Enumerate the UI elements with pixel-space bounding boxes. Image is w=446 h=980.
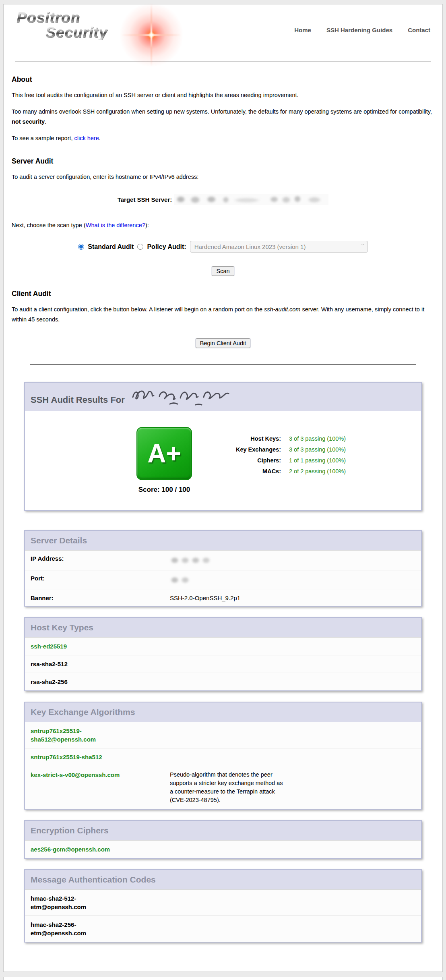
scan-type-text: Next, choose the scan type ( [12,222,86,228]
policy-select[interactable]: Hardened Amazon Linux 2023 (version 1) ˇ [190,241,368,253]
target-server-row: Target SSH Server: [12,194,434,205]
site-footer: sshaudit.com Copyright 2017-2023 Positro… [3,977,443,980]
chevron-down-icon: ˇ [361,244,364,250]
policy-audit-label[interactable]: Policy Audit: [147,243,186,251]
client-audit-paragraph: To audit a client configuration, click t… [12,305,434,325]
score-label: Score: 100 / 100 [136,486,192,494]
banner-value: SSH-2.0-OpenSSH_9.2p1 [170,595,415,601]
table-row: ssh-ed25519 [25,637,421,655]
results-stats: Host Keys: 3 of 3 passing (100%) Key Exc… [213,435,346,474]
policy-select-value: Hardened Amazon Linux 2023 (version 1) [194,243,306,250]
table-row: sntrup761x25519-sha512@openssh.com [25,722,421,748]
about-heading: About [12,75,434,84]
redacted-ip-blur [170,555,212,566]
main-nav: Home SSH Hardening Guides Contact [294,27,430,33]
port-label: Port: [31,575,170,585]
table-row: Banner: SSH-2.0-OpenSSH_9.2p1 [25,590,421,606]
scan-button-row: Scan [12,266,434,276]
redacted-hostname-scribble [130,387,231,406]
scan-type-paragraph: Next, choose the scan type (What is the … [12,220,434,230]
stat-value-ciphers: 1 of 1 passing (100%) [289,457,346,464]
nav-home[interactable]: Home [294,27,311,33]
policy-audit-radio[interactable] [137,244,143,250]
table-row: IP Address: [25,550,421,570]
encryption-ciphers-header: Encryption Ciphers [25,821,421,840]
encryption-ciphers-table: Encryption Ciphers aes256-gcm@openssh.co… [24,820,422,859]
site-header: Positron Security Home SSH Hardening Gui… [15,4,431,62]
scan-button[interactable]: Scan [212,266,234,276]
host-key-types-header: Host Key Types [25,618,421,637]
grade-column: A+ Score: 100 / 100 [136,427,192,494]
logo-line-1: Positron [17,10,186,25]
table-row: kex-strict-s-v00@openssh.com Pseudo-algo… [25,766,421,809]
client-audit-domain: ssh-audit.com [264,306,300,313]
nav-ssh-hardening-guides[interactable]: SSH Hardening Guides [326,27,392,33]
nav-contact[interactable]: Contact [408,27,430,33]
stat-value-key-exchanges: 3 of 3 passing (100%) [289,446,346,453]
table-row: Port: [25,570,421,590]
client-audit-heading: Client Audit [12,290,434,298]
grade-badge: A+ [136,427,192,480]
server-audit-heading: Server Audit [12,157,434,166]
about-paragraph-2: Too many admins overlook SSH configurati… [12,107,434,127]
results-title: SSH Audit Results For [31,395,125,405]
mac-name: hmac-sha2-256-etm@openssh.com [31,920,126,937]
host-key-name: rsa-sha2-256 [31,678,68,686]
host-key-types-table: Host Key Types ssh-ed25519 rsa-sha2-512 … [24,617,422,691]
standard-audit-label[interactable]: Standard Audit [88,243,134,251]
client-audit-text: To audit a client configuration, click t… [12,306,264,313]
about-paragraph-1: This free tool audits the configuration … [12,90,434,100]
table-row: hmac-sha2-256-etm@openssh.com [25,916,421,942]
about-p3-period: . [99,135,101,141]
results-table: SSH Audit Results For A+ [24,382,422,511]
kex-name: sntrup761x25519-sha512@openssh.com [31,727,126,744]
about-paragraph-3: To see a sample report, click here. [12,133,434,143]
server-audit-intro: To audit a server configuration, enter i… [12,172,434,182]
grade-value: A+ [147,439,181,468]
mac-name: hmac-sha2-512-etm@openssh.com [31,894,126,911]
macs-header: Message Authentication Codes [25,870,421,889]
server-details-header: Server Details [25,531,421,550]
about-p2-period: . [45,118,46,125]
sample-report-link[interactable]: click here [74,135,99,141]
stat-value-macs: 2 of 2 passing (100%) [289,468,346,474]
stat-label-key-exchanges: Key Exchanges: [213,446,281,453]
redacted-port-blur [170,575,191,585]
logo-line-2: Security [45,25,186,40]
server-details-table: Server Details IP Address: Port: Banner:… [24,530,422,607]
key-exchange-table: Key Exchange Algorithms sntrup761x25519-… [24,702,422,810]
main-card: Positron Security Home SSH Hardening Gui… [3,4,443,972]
about-p2-bold: not security [12,118,45,125]
table-row: aes256-gcm@openssh.com [25,840,421,858]
key-exchange-header: Key Exchange Algorithms [25,702,421,722]
scan-type-text-end: ): [145,222,149,228]
logo-text: Positron Security [17,10,186,40]
redacted-hostname-blur [174,194,328,205]
kex-name: kex-strict-s-v00@openssh.com [31,771,126,804]
results-header: SSH Audit Results For [25,383,421,411]
ip-address-label: IP Address: [31,555,170,566]
stat-label-host-keys: Host Keys: [213,435,281,442]
host-key-name: rsa-sha2-512 [31,660,68,668]
banner-label: Banner: [31,595,170,601]
stat-value-host-keys: 3 of 3 passing (100%) [289,435,346,442]
scan-type-difference-link[interactable]: What is the difference? [86,222,145,228]
stat-label-macs: MACs: [213,468,281,474]
results-divider [30,364,416,365]
table-row: hmac-sha2-512-etm@openssh.com [25,889,421,916]
stat-label-ciphers: Ciphers: [213,457,281,464]
results-body: A+ Score: 100 / 100 Host Keys: 3 of 3 pa… [25,411,421,510]
table-row: rsa-sha2-256 [25,673,421,690]
standard-audit-radio[interactable] [78,244,84,250]
scan-type-options: Standard Audit Policy Audit: Hardened Am… [12,241,434,253]
begin-client-audit-button[interactable]: Begin Client Audit [196,338,250,348]
macs-table: Message Authentication Codes hmac-sha2-5… [24,869,422,943]
begin-client-audit-row: Begin Client Audit [12,338,434,348]
about-p2-text: Too many admins overlook SSH configurati… [12,108,432,115]
target-server-input[interactable] [174,194,328,205]
cipher-name: aes256-gcm@openssh.com [31,845,110,854]
table-row: rsa-sha2-512 [25,655,421,673]
target-server-label: Target SSH Server: [118,196,172,203]
table-row: sntrup761x25519-sha512 [25,748,421,766]
page-content: About This free tool audits the configur… [4,75,442,972]
